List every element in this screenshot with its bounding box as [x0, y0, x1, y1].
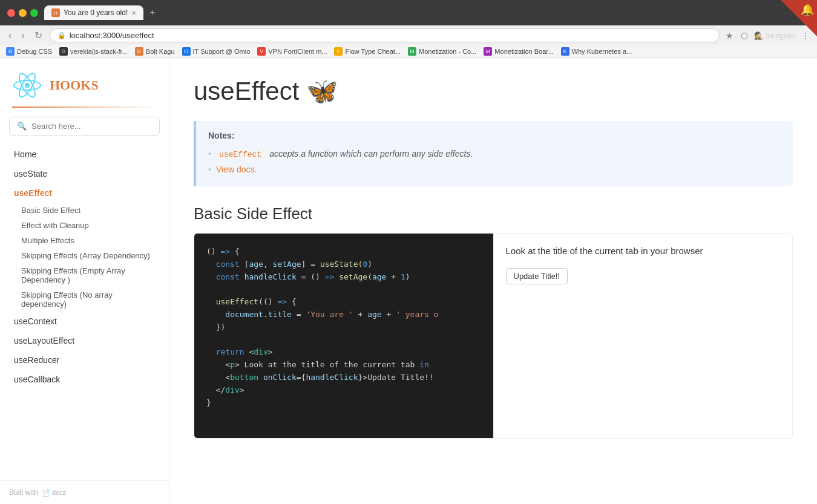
incognito-label: 🕵 Incognito — [754, 31, 795, 40]
active-tab[interactable]: H You are 0 years old! ✕ — [44, 5, 143, 20]
code-inline-useeffect: useEffect — [216, 149, 264, 160]
sidebar-item-home[interactable]: Home — [9, 145, 160, 164]
react-logo-icon — [12, 70, 42, 100]
menu-icon[interactable]: ⋮ — [800, 30, 811, 42]
sidebar-sub-skipping-no-array[interactable]: Skipping Effects (No array dependency) — [9, 287, 160, 312]
preview-panel: Look at the title of the current tab in … — [493, 234, 793, 438]
sidebar-sub-skipping-empty[interactable]: Skipping Effects (Empty Array Dependency… — [9, 263, 160, 287]
sidebar-item-usestate[interactable]: useState — [9, 164, 160, 183]
sidebar-item-uselayouteffect[interactable]: useLayoutEffect — [9, 331, 160, 350]
sidebar-logo: HOOKS — [0, 58, 169, 106]
section-title-basic: Basic Side Effect — [194, 205, 793, 223]
sidebar-item-usecallback[interactable]: useCallback — [9, 370, 160, 389]
tab-close-button[interactable]: ✕ — [131, 10, 136, 16]
sidebar-sub-multiple-effects[interactable]: Multiple Effects — [9, 233, 160, 248]
bookmark-debug-css[interactable]: B Debug CSS — [6, 47, 52, 56]
url-display: localhost:3000/useeffect — [70, 31, 154, 40]
bookmark-icon: F — [334, 47, 343, 56]
back-button[interactable]: ‹ — [6, 29, 14, 42]
security-lock-icon: 🔒 — [57, 31, 66, 39]
search-input[interactable] — [31, 122, 152, 131]
bookmark-flow-type[interactable]: F Flow Type Cheat... — [334, 47, 401, 56]
bookmarks-bar: B Debug CSS G verekia/js-stack-fr... B B… — [0, 45, 817, 58]
search-icon: 🔍 — [17, 122, 27, 131]
search-box[interactable]: 🔍 — [9, 117, 160, 136]
sidebar-sub-skipping-array[interactable]: Skipping Effects (Array Dependency) — [9, 248, 160, 263]
bookmark-it-support[interactable]: O IT Support @ Omio — [182, 47, 251, 56]
view-docs-link[interactable]: View docs. — [216, 165, 257, 174]
browser-chrome: H You are 0 years old! ✕ + ‹ › ↻ 🔒 local… — [0, 0, 817, 58]
sidebar-item-usereducer[interactable]: useReducer — [9, 350, 160, 370]
page-layout: HOOKS 🔍 Home useState useEffect Basic Si… — [0, 58, 817, 504]
bookmark-verekia[interactable]: G verekia/js-stack-fr... — [59, 47, 128, 56]
close-window-button[interactable] — [7, 9, 15, 17]
address-bar[interactable]: 🔒 localhost:3000/useeffect — [50, 28, 720, 42]
bookmark-icon: M — [408, 47, 416, 56]
bookmark-icon: M — [484, 47, 492, 56]
incognito-icon: 🕵 — [754, 31, 763, 40]
new-tab-button[interactable]: + — [146, 5, 159, 21]
code-panel: () => { const [age, setAge] = useState(0… — [194, 234, 493, 438]
bookmark-icon: V — [257, 47, 266, 56]
maximize-window-button[interactable] — [30, 9, 38, 17]
sidebar-footer: Built with 📄 docz — [0, 480, 169, 504]
sidebar-sub-effect-with-cleanup[interactable]: Effect with Cleanup — [9, 218, 160, 233]
note-item: useEffect accepts a function which can p… — [208, 146, 781, 162]
sidebar-item-useeffect[interactable]: useEffect — [9, 183, 160, 203]
minimize-window-button[interactable] — [19, 9, 27, 17]
toolbar-right: ★ ⬡ 🕵 Incognito ⋮ — [724, 30, 811, 42]
bookmark-bolt-kagu[interactable]: B Bolt Kagu — [135, 47, 175, 56]
main-content: useEffect 🦋 Notes: useEffect accepts a f… — [169, 58, 817, 504]
note-description: accepts a function which can perform any… — [269, 149, 473, 159]
sidebar-nav: Home useState useEffect Basic Side Effec… — [0, 145, 169, 480]
traffic-lights — [7, 9, 38, 17]
notification-bell-icon: 🔔 — [801, 3, 814, 16]
update-title-button[interactable]: Update Title!! — [506, 268, 568, 284]
bookmark-icon: B — [135, 47, 143, 56]
demo-area: () => { const [age, setAge] = useState(0… — [194, 233, 793, 439]
tab-bar: H You are 0 years old! ✕ + — [44, 5, 810, 21]
bookmark-monetization-board[interactable]: M Monetization Boar... — [484, 47, 553, 56]
bookmark-icon: G — [59, 47, 68, 56]
extensions-icon[interactable]: ⬡ — [740, 30, 749, 42]
sidebar-sub-basic-side-effect[interactable]: Basic Side Effect — [9, 203, 160, 218]
browser-toolbar: ‹ › ↻ 🔒 localhost:3000/useeffect ★ ⬡ 🕵 I… — [0, 25, 817, 45]
preview-description: Look at the title of the current tab in … — [506, 246, 781, 256]
tab-title: You are 0 years old! — [64, 8, 128, 17]
docz-logo-icon: 📄 docz — [42, 489, 66, 497]
page-title: useEffect 🦋 — [194, 76, 793, 106]
sidebar: HOOKS 🔍 Home useState useEffect Basic Si… — [0, 58, 169, 504]
hooks-logo-text: HOOKS — [50, 77, 99, 93]
bookmark-star-icon[interactable]: ★ — [724, 30, 735, 42]
reload-button[interactable]: ↻ — [32, 28, 45, 42]
sidebar-underline — [12, 106, 157, 108]
notes-box: Notes: useEffect accepts a function whic… — [194, 121, 793, 186]
bookmark-icon: O — [182, 47, 191, 56]
browser-titlebar: H You are 0 years old! ✕ + — [0, 0, 817, 25]
bookmark-kubernetes[interactable]: K Why Kubernetes a... — [561, 47, 632, 56]
sidebar-item-usecontext[interactable]: useContext — [9, 312, 160, 331]
notes-list: useEffect accepts a function which can p… — [208, 146, 781, 177]
bookmark-vpn[interactable]: V VPN FortiClient m... — [257, 47, 327, 56]
svg-point-0 — [25, 83, 30, 88]
note-view-docs: View docs. — [208, 162, 781, 177]
bookmark-icon: K — [561, 47, 569, 56]
bookmark-icon: B — [6, 47, 15, 56]
forward-button[interactable]: › — [19, 29, 27, 42]
bookmark-monetization-co[interactable]: M Monetization - Co... — [408, 47, 476, 56]
tab-favicon: H — [51, 8, 60, 17]
notes-label: Notes: — [208, 131, 781, 140]
